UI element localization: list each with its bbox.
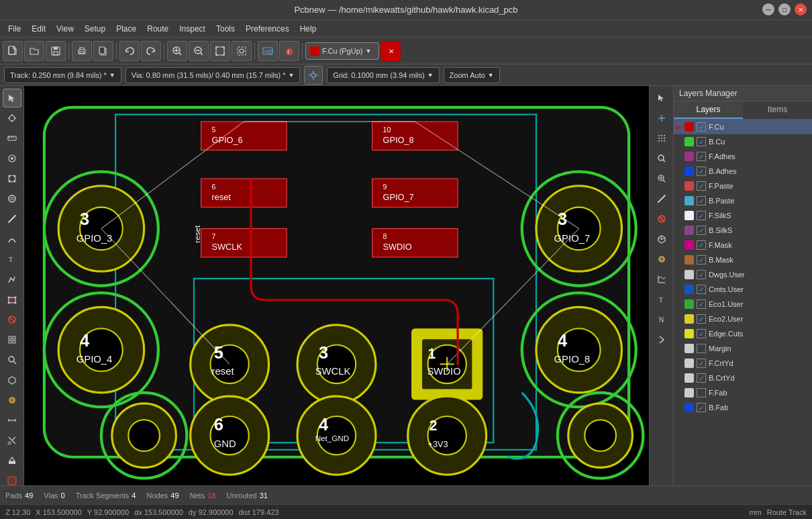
track-tool[interactable] — [3, 209, 21, 228]
settings-icon[interactable] — [304, 66, 323, 85]
menu-place[interactable]: Place — [111, 23, 142, 35]
layer-selector[interactable]: F.Cu (PgUp) ▼ — [305, 42, 379, 60]
layer-visibility-toggle[interactable]: ✓ — [697, 329, 706, 338]
copy-button[interactable] — [93, 41, 113, 61]
menu-tools[interactable]: Tools — [211, 23, 240, 35]
layer-row[interactable]: ✓F.Mask — [674, 238, 812, 252]
zoom-in-button[interactable] — [167, 41, 187, 61]
select-tool[interactable] — [3, 89, 21, 107]
layer-row[interactable]: F.Fab — [674, 385, 812, 400]
pad-tool[interactable] — [3, 169, 21, 188]
zoom-info[interactable]: Zoom Auto ▼ — [444, 67, 500, 83]
inspect-btn[interactable] — [652, 149, 671, 168]
menu-help[interactable]: Help — [295, 23, 322, 35]
open-button[interactable] — [24, 41, 44, 61]
maximize-button[interactable]: □ — [778, 3, 791, 15]
select-btn[interactable] — [652, 89, 671, 107]
pcb-canvas[interactable]: 3 GPIO_3 4 GPIO_4 3 GPIO_7 4 GPIO_8 — [24, 86, 649, 485]
layer-row[interactable]: ✓Cmts.User — [674, 282, 812, 297]
redo-button[interactable] — [141, 41, 161, 61]
layer-row[interactable]: ✓B.Paste — [674, 193, 812, 208]
layer-visibility-toggle[interactable]: ✓ — [697, 270, 706, 279]
draw-tool[interactable] — [3, 270, 21, 289]
coord2-btn[interactable] — [652, 270, 671, 289]
layer-visibility-toggle[interactable]: ✓ — [697, 196, 706, 205]
layer-row[interactable]: ✓B.SilkS — [674, 223, 812, 238]
layer-visibility-toggle[interactable]: ✓ — [697, 152, 706, 161]
layer-visibility-toggle[interactable]: ✓ — [697, 181, 706, 191]
layer-row[interactable]: ✓B.Adhes — [674, 164, 812, 179]
layer-visibility-toggle[interactable]: ✓ — [697, 299, 706, 309]
add-cross-btn[interactable] — [652, 109, 671, 128]
menu-view[interactable]: View — [51, 23, 79, 35]
layer-row[interactable]: ✓F.Adhes — [674, 149, 812, 164]
layer-visibility-toggle[interactable]: ✓ — [697, 240, 706, 250]
menu-file[interactable]: File — [3, 23, 26, 35]
layer-row[interactable]: ✓B.Fab — [674, 400, 812, 415]
drc2-button[interactable]: ✕ — [380, 41, 401, 61]
arrow2-btn[interactable] — [652, 330, 671, 349]
layer-visibility-toggle[interactable]: ✓ — [697, 359, 706, 368]
close-button[interactable]: ✕ — [795, 3, 807, 15]
inspect-tool[interactable] — [3, 350, 21, 369]
layer-row[interactable]: ✓Eco2.User — [674, 312, 812, 326]
crosshair-tool[interactable] — [3, 109, 21, 128]
layer-row[interactable]: ▶✓F.Cu — [674, 120, 812, 134]
cut-tool[interactable] — [3, 431, 21, 450]
layer-visibility-toggle[interactable]: ✓ — [697, 226, 706, 235]
layer-visibility-toggle[interactable]: ✓ — [697, 211, 706, 220]
print-button[interactable] — [72, 41, 92, 61]
measure-tool[interactable] — [3, 411, 21, 430]
layer-row[interactable]: ✓B.Mask — [674, 252, 812, 267]
via-info[interactable]: Via: 0.80 mm (31.5 mils)/ 0.40 mm (15.7 … — [125, 67, 301, 83]
keepout-tool[interactable] — [3, 310, 21, 329]
menu-setup[interactable]: Setup — [79, 23, 111, 35]
text2-btn[interactable]: T — [652, 290, 671, 309]
new-button[interactable] — [3, 41, 23, 61]
layer-row[interactable]: ✓Dwgs.User — [674, 267, 812, 282]
menu-inspect[interactable]: Inspect — [174, 23, 211, 35]
layer-row[interactable]: ✓F.Paste — [674, 179, 812, 193]
drc3-btn[interactable] — [652, 209, 671, 228]
layer-row[interactable]: ✓F.CrtYd — [674, 356, 812, 371]
push-tool[interactable] — [3, 471, 21, 485]
layer-visibility-toggle[interactable]: ✓ — [697, 285, 706, 294]
drc-button[interactable]: ! — [279, 41, 299, 61]
layer-visibility-toggle[interactable] — [697, 388, 706, 397]
layer-visibility-toggle[interactable]: ✓ — [697, 403, 706, 412]
layer-visibility-toggle[interactable]: ✓ — [697, 255, 706, 265]
layer-visibility-toggle[interactable] — [697, 344, 706, 353]
via-tool[interactable] — [3, 189, 21, 208]
zoom-fit-button[interactable] — [210, 41, 230, 61]
footprint-tool[interactable] — [3, 330, 21, 349]
zone-tool[interactable] — [3, 290, 21, 309]
menu-preferences[interactable]: Preferences — [240, 23, 295, 35]
3d-tool[interactable] — [3, 371, 21, 389]
layer-row[interactable]: ✓F.SilkS — [674, 208, 812, 223]
layer-row[interactable]: ✓B.Cu — [674, 134, 812, 149]
zoom-area2-btn[interactable] — [652, 169, 671, 188]
3d2-btn[interactable] — [652, 230, 671, 248]
layer-row[interactable]: ✓Eco1.User — [674, 297, 812, 312]
layer-visibility-toggle[interactable]: ✓ — [697, 314, 706, 324]
highlight-tool[interactable] — [3, 391, 21, 410]
layer-visibility-toggle[interactable]: ✓ — [697, 167, 706, 176]
minimize-button[interactable]: ─ — [762, 3, 774, 15]
n-btn[interactable]: N — [652, 310, 671, 329]
grid-info[interactable]: Grid: 0.1000 mm (3.94 mils) ▼ — [327, 67, 439, 83]
layer-row[interactable]: Margin — [674, 341, 812, 356]
layer-visibility-toggle[interactable]: ✓ — [697, 373, 706, 383]
ruler-tool[interactable] — [3, 129, 21, 148]
menu-edit[interactable]: Edit — [26, 23, 51, 35]
arc-tool[interactable] — [3, 230, 21, 248]
layer-row[interactable]: ✓B.CrtYd — [674, 371, 812, 385]
track-info[interactable]: Track: 0.250 mm (9.84 mils) * ▼ — [4, 67, 121, 83]
layer-row[interactable]: ✓Edge.Cuts — [674, 326, 812, 341]
layer-visibility-toggle[interactable]: ✓ — [697, 122, 706, 132]
layer-visibility-toggle[interactable]: ✓ — [697, 137, 706, 146]
drill-tool[interactable] — [3, 149, 21, 168]
highlight2-btn[interactable] — [652, 250, 671, 269]
route-btn[interactable] — [652, 189, 671, 208]
zoom-area-button[interactable] — [232, 41, 252, 61]
zoom-out-button[interactable] — [189, 41, 209, 61]
